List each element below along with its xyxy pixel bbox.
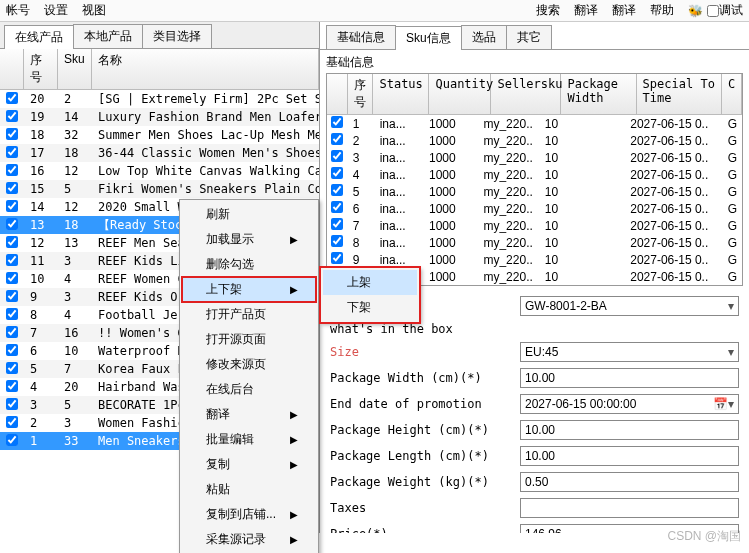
- table-row[interactable]: 171836-44 Classic Women Men's Shoes Run: [0, 144, 319, 162]
- table-row[interactable]: 2ina... 1000my_220.. 102027-06-15 0..G: [327, 132, 742, 149]
- col-name[interactable]: 名称: [92, 49, 319, 89]
- table-row[interactable]: 155Fikri Women's Sneakers Plain Color: [0, 180, 319, 198]
- chevron-down-icon[interactable]: ▾: [728, 299, 734, 313]
- row-checkbox[interactable]: [6, 290, 18, 302]
- input-pwt[interactable]: 0.50: [520, 472, 739, 492]
- chevron-down-icon[interactable]: ▾: [728, 345, 734, 359]
- rcol-seq[interactable]: 序号: [348, 74, 373, 114]
- row-checkbox[interactable]: [331, 201, 343, 213]
- rcol-pw[interactable]: Package Width: [561, 74, 636, 114]
- menu-item[interactable]: 修改来源页: [182, 352, 316, 377]
- menu-item[interactable]: 刷新: [182, 202, 316, 227]
- row-checkbox[interactable]: [6, 326, 18, 338]
- menu-item[interactable]: 下架: [323, 295, 417, 320]
- row-checkbox[interactable]: [6, 272, 18, 284]
- input-taxes[interactable]: [520, 498, 739, 518]
- menu-search[interactable]: 搜索: [536, 2, 560, 19]
- menu-item[interactable]: 加载显示▶: [182, 227, 316, 252]
- input-sellersku[interactable]: GW-8001-2-BA▾: [520, 296, 739, 316]
- table-row[interactable]: 1ina... 1000my_220.. 102027-06-15 0..G: [327, 115, 742, 132]
- row-checkbox[interactable]: [331, 167, 343, 179]
- row-checkbox[interactable]: [331, 150, 343, 162]
- row-checkbox[interactable]: [6, 344, 18, 356]
- rcol-qty[interactable]: Quantity: [429, 74, 491, 114]
- label-ph: Package Height (cm)(*): [330, 423, 520, 437]
- row-checkbox[interactable]: [331, 252, 343, 264]
- menu-item[interactable]: 粘贴: [182, 477, 316, 502]
- tab-basic-info[interactable]: 基础信息: [326, 25, 396, 49]
- tab-other[interactable]: 其它: [506, 25, 552, 49]
- input-ph[interactable]: 10.00: [520, 420, 739, 440]
- menu-settings[interactable]: 设置: [44, 2, 68, 19]
- row-checkbox[interactable]: [331, 184, 343, 196]
- tab-sku-info[interactable]: Sku信息: [395, 26, 462, 50]
- rcol-sellersku[interactable]: Sellersku: [491, 74, 561, 114]
- menu-item[interactable]: 复制到店铺...▶: [182, 502, 316, 527]
- row-checkbox[interactable]: [6, 164, 18, 176]
- table-row[interactable]: 4ina... 1000my_220.. 102027-06-15 0..G: [327, 166, 742, 183]
- debug-checkbox[interactable]: [707, 5, 719, 17]
- menu-item[interactable]: 上下架▶: [182, 277, 316, 302]
- table-row[interactable]: 1914Luxury Fashion Brand Men Loafers Sp: [0, 108, 319, 126]
- row-checkbox[interactable]: [6, 128, 18, 140]
- row-checkbox[interactable]: [6, 308, 18, 320]
- chevron-right-icon: ▶: [290, 459, 298, 470]
- tab-selection[interactable]: 选品: [461, 25, 507, 49]
- row-checkbox[interactable]: [6, 236, 18, 248]
- input-pl[interactable]: 10.00: [520, 446, 739, 466]
- table-row[interactable]: 202[SG | Extremely Firm] 2Pc Set Super: [0, 90, 319, 108]
- menu-help[interactable]: 帮助: [650, 2, 674, 19]
- menu-view[interactable]: 视图: [82, 2, 106, 19]
- menu-item[interactable]: 在线后台: [182, 377, 316, 402]
- submenu-shelf[interactable]: 上架下架: [320, 267, 420, 323]
- row-checkbox[interactable]: [6, 362, 18, 374]
- menu-item[interactable]: 删除勾选: [182, 252, 316, 277]
- menu-translate-2[interactable]: 翻译: [612, 2, 636, 19]
- row-checkbox[interactable]: [6, 182, 18, 194]
- context-menu[interactable]: 刷新加载显示▶删除勾选上下架▶打开产品页打开源页面修改来源页在线后台翻译▶批量编…: [179, 199, 319, 553]
- menu-item[interactable]: 翻译▶: [182, 402, 316, 427]
- rcol-st[interactable]: Special To Time: [637, 74, 722, 114]
- table-row[interactable]: 6ina... 1000my_220.. 102027-06-15 0..G: [327, 200, 742, 217]
- row-checkbox[interactable]: [6, 200, 18, 212]
- menu-item[interactable]: 采集源记录▶: [182, 527, 316, 552]
- tab-local-products[interactable]: 本地产品: [73, 24, 143, 48]
- col-seq[interactable]: 序号: [24, 49, 58, 89]
- tab-category-select[interactable]: 类目选择: [142, 24, 212, 48]
- row-checkbox[interactable]: [6, 254, 18, 266]
- table-row[interactable]: 1832Summer Men Shoes Lac-Up Mesh Men Ca: [0, 126, 319, 144]
- calendar-icon[interactable]: 📅▾: [713, 397, 734, 411]
- rcol-c[interactable]: C: [722, 74, 742, 114]
- input-end-date[interactable]: 2027-06-15 00:00:00📅▾: [520, 394, 739, 414]
- col-sku[interactable]: Sku: [58, 49, 92, 89]
- menu-item[interactable]: 打开源页面: [182, 327, 316, 352]
- table-row[interactable]: 8ina... 1000my_220.. 102027-06-15 0..G: [327, 234, 742, 251]
- menu-translate-1[interactable]: 翻译: [574, 2, 598, 19]
- rcol-status[interactable]: Status: [373, 74, 429, 114]
- row-checkbox[interactable]: [6, 416, 18, 428]
- menu-item[interactable]: 打开产品页: [182, 302, 316, 327]
- row-checkbox[interactable]: [331, 116, 343, 128]
- input-pw[interactable]: 10.00: [520, 368, 739, 388]
- table-row[interactable]: 5ina... 1000my_220.. 102027-06-15 0..G: [327, 183, 742, 200]
- menu-item[interactable]: 批量编辑▶: [182, 427, 316, 452]
- row-checkbox[interactable]: [6, 434, 18, 446]
- row-checkbox[interactable]: [331, 235, 343, 247]
- tab-online-products[interactable]: 在线产品: [4, 25, 74, 49]
- row-checkbox[interactable]: [331, 218, 343, 230]
- row-checkbox[interactable]: [6, 398, 18, 410]
- table-row[interactable]: 9ina... 1000my_220.. 102027-06-15 0..G: [327, 251, 742, 268]
- table-row[interactable]: 1612Low Top White Canvas Walking Casual: [0, 162, 319, 180]
- input-size[interactable]: EU:45▾: [520, 342, 739, 362]
- row-checkbox[interactable]: [6, 146, 18, 158]
- row-checkbox[interactable]: [331, 133, 343, 145]
- row-checkbox[interactable]: [6, 380, 18, 392]
- menu-item[interactable]: 上架: [323, 270, 417, 295]
- row-checkbox[interactable]: [6, 218, 18, 230]
- row-checkbox[interactable]: [6, 92, 18, 104]
- menu-account[interactable]: 帐号: [6, 2, 30, 19]
- menu-item[interactable]: 复制▶: [182, 452, 316, 477]
- table-row[interactable]: 3ina... 1000my_220.. 102027-06-15 0..G: [327, 149, 742, 166]
- row-checkbox[interactable]: [6, 110, 18, 122]
- table-row[interactable]: 7ina... 1000my_220.. 102027-06-15 0..G: [327, 217, 742, 234]
